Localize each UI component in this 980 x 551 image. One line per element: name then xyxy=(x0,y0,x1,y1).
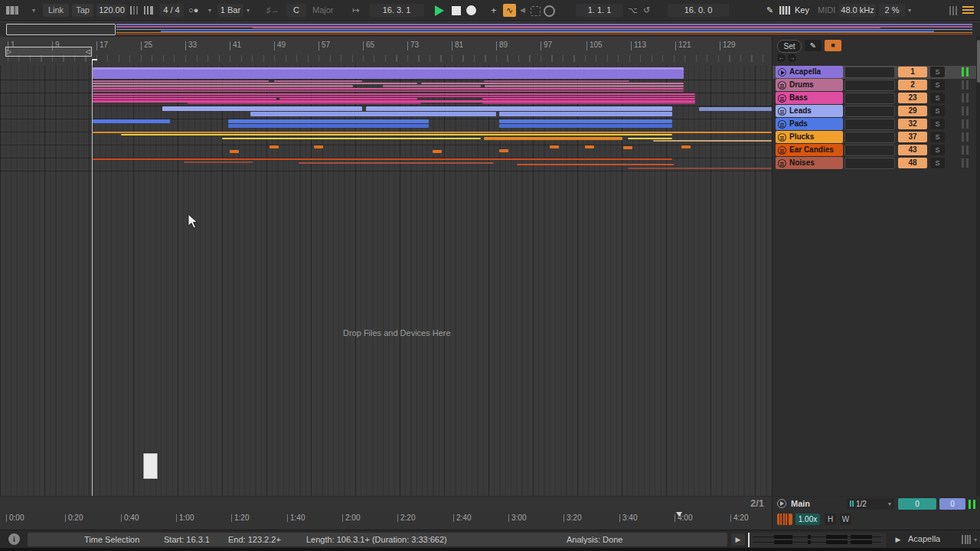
quantize-caret-icon[interactable]: ▾ xyxy=(247,4,250,17)
vertical-scrollbar[interactable] xyxy=(976,37,980,496)
scale-mode-icon[interactable]: ♯→ xyxy=(266,4,279,17)
arrangement-clip[interactable] xyxy=(162,106,362,111)
session-record-button[interactable] xyxy=(544,4,555,17)
arrangement-clip[interactable] xyxy=(270,145,279,148)
main-track-name[interactable]: Main xyxy=(791,499,810,508)
track-name[interactable]: Leads xyxy=(776,105,843,117)
arrangement-clip[interactable] xyxy=(681,145,691,148)
track-fold-icon[interactable] xyxy=(778,81,786,90)
arrangement-clip[interactable] xyxy=(550,145,559,148)
arrangement-clip[interactable] xyxy=(230,150,239,153)
arrangement-clip[interactable] xyxy=(93,132,772,133)
track-freeze-slider[interactable] xyxy=(844,158,895,169)
preview-play-button[interactable]: ▶ xyxy=(731,533,745,546)
scrollbar-thumb[interactable] xyxy=(977,40,980,83)
capture-midi-button[interactable] xyxy=(531,4,541,17)
re-enable-automation-icon[interactable]: ◀ xyxy=(520,4,525,17)
arrangement-grid[interactable]: Drop Files and Devices Here xyxy=(0,65,772,497)
track-name[interactable]: Pads xyxy=(776,118,843,130)
metronome-icon[interactable] xyxy=(144,6,155,15)
track-freeze-slider[interactable] xyxy=(844,106,895,117)
track-fold-icon[interactable] xyxy=(778,94,786,103)
main-volume-field[interactable]: 0 xyxy=(898,498,936,510)
zoom-width-button[interactable]: W xyxy=(840,514,851,525)
arrangement-clip[interactable] xyxy=(279,98,417,99)
follow-icon[interactable]: ↦ xyxy=(352,4,359,17)
arrangement-position-field[interactable]: 16. 3. 1 xyxy=(369,4,424,17)
arrangement-clip[interactable] xyxy=(517,164,674,165)
link-button[interactable]: Link xyxy=(43,4,69,17)
time-signature-field[interactable]: 4 / 4 xyxy=(159,4,184,17)
arrangement-clip[interactable] xyxy=(250,112,496,116)
track-fold-icon[interactable] xyxy=(778,133,786,142)
arrangement-clip[interactable] xyxy=(93,98,276,99)
arrangement-clip[interactable] xyxy=(274,80,362,82)
cpu-load-field[interactable]: 2 % xyxy=(879,4,905,17)
main-pan-field[interactable]: 0 xyxy=(939,498,965,510)
arrangement-clip[interactable] xyxy=(93,83,417,84)
hamburger-menu-icon[interactable] xyxy=(962,4,974,17)
track-freeze-slider[interactable] xyxy=(844,145,895,156)
logo-caret-icon[interactable]: ▾ xyxy=(32,4,35,17)
track-solo-button[interactable]: S xyxy=(930,119,945,129)
preview-waveform[interactable] xyxy=(748,533,886,547)
track-number-box[interactable]: 48 xyxy=(898,158,927,168)
computer-midi-keyboard-icon[interactable] xyxy=(779,6,790,15)
track-solo-button[interactable]: S xyxy=(930,132,945,142)
track-number-box[interactable]: 2 xyxy=(898,80,927,90)
scale-name-field[interactable]: Major xyxy=(312,4,343,17)
tempo-field[interactable]: 120.00 xyxy=(96,4,127,17)
arrangement-clip[interactable] xyxy=(383,85,481,87)
output-meter-icon[interactable] xyxy=(962,535,972,544)
metronome-caret-icon[interactable]: ▾ xyxy=(208,4,211,17)
arrangement-clip[interactable] xyxy=(184,161,253,163)
overdub-plus-button[interactable]: + xyxy=(491,4,497,17)
track-solo-button[interactable]: S xyxy=(930,93,945,103)
track-name[interactable]: Bass xyxy=(776,92,843,104)
track-name[interactable]: Drums xyxy=(776,79,843,91)
waveform-zoom-icon[interactable] xyxy=(777,514,792,525)
track-number-box[interactable]: 37 xyxy=(898,132,927,142)
zoom-level-field[interactable]: 1.00x xyxy=(795,514,820,525)
arrangement-end-marker[interactable] xyxy=(676,512,682,517)
arrangement-clip[interactable] xyxy=(628,168,772,169)
arrangement-clip[interactable] xyxy=(93,90,684,92)
arrangement-clip[interactable] xyxy=(484,137,622,140)
arrangement-clip[interactable] xyxy=(93,93,695,95)
arrangement-clip[interactable] xyxy=(585,145,594,148)
arrangement-clip[interactable] xyxy=(93,96,695,97)
track-freeze-slider[interactable] xyxy=(844,93,895,104)
pencil-icon[interactable]: ✎ xyxy=(805,40,822,51)
loop-switch-icon[interactable]: ↺ xyxy=(643,4,650,17)
dragged-clip-ghost[interactable] xyxy=(143,453,158,479)
play-button[interactable] xyxy=(435,4,444,17)
metronome-sound-icon[interactable]: ○● xyxy=(188,4,198,17)
track-name[interactable]: Plucks xyxy=(776,131,843,143)
arrangement-clip[interactable] xyxy=(485,85,684,87)
record-button[interactable] xyxy=(466,4,476,17)
arrangement-clip[interactable] xyxy=(433,150,442,153)
track-number-box[interactable]: 32 xyxy=(898,119,927,129)
track-solo-button[interactable]: S xyxy=(930,158,945,168)
stop-button[interactable] xyxy=(452,4,461,17)
track-fold-icon[interactable] xyxy=(778,120,786,129)
track-number-box[interactable]: 23 xyxy=(898,93,927,103)
arrangement-clip[interactable] xyxy=(499,149,508,152)
arrangement-clip[interactable] xyxy=(93,119,170,123)
quantize-menu[interactable]: 1 Bar xyxy=(217,4,243,17)
arrangement-clip[interactable] xyxy=(499,119,672,123)
loop-end-handle[interactable]: ◁ xyxy=(86,47,90,56)
arrangement-clip[interactable] xyxy=(421,83,684,84)
loop-start-field[interactable]: 1. 1. 1 xyxy=(576,4,623,17)
preview-play-icon[interactable]: ▶ xyxy=(891,533,905,546)
track-solo-button[interactable]: S xyxy=(930,145,945,155)
arrangement-clip[interactable] xyxy=(93,85,353,87)
arrangement-clip[interactable] xyxy=(222,138,481,139)
loop-length-field[interactable]: 16. 0. 0 xyxy=(668,4,729,17)
main-track-header[interactable]: Main 1/2▾ 0 0 xyxy=(772,497,980,512)
track-number-box[interactable]: 1 xyxy=(898,67,927,77)
nudge-down-icon[interactable] xyxy=(130,6,140,15)
arrangement-clip[interactable] xyxy=(484,80,629,82)
back-arrow-button[interactable]: ← xyxy=(777,54,786,62)
beat-time-ruler[interactable]: 191725334149576573818997105113121129 ▷ ◁ xyxy=(0,37,772,65)
